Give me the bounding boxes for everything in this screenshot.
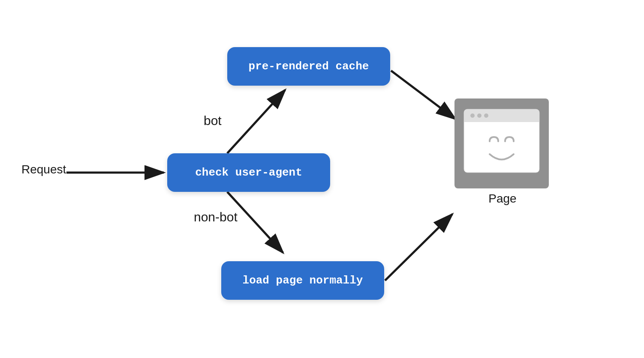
page-icon — [454, 98, 549, 188]
non-bot-label: non-bot — [194, 210, 238, 224]
diagram-container: Request pre-rendered cache check user-ag… — [0, 0, 644, 358]
page-label: Page — [477, 192, 528, 206]
pre-rendered-cache-box: pre-rendered cache — [227, 47, 390, 86]
bot-label: bot — [204, 113, 222, 128]
request-label: Request — [21, 163, 66, 176]
svg-line-2 — [227, 90, 285, 153]
check-user-agent-box: check user-agent — [167, 153, 330, 192]
svg-line-5 — [385, 214, 452, 280]
svg-point-10 — [470, 113, 475, 118]
svg-point-11 — [477, 113, 481, 118]
load-page-normally-box: load page normally — [221, 261, 384, 300]
svg-point-12 — [484, 113, 488, 118]
svg-rect-9 — [464, 117, 539, 122]
svg-line-3 — [391, 71, 455, 119]
